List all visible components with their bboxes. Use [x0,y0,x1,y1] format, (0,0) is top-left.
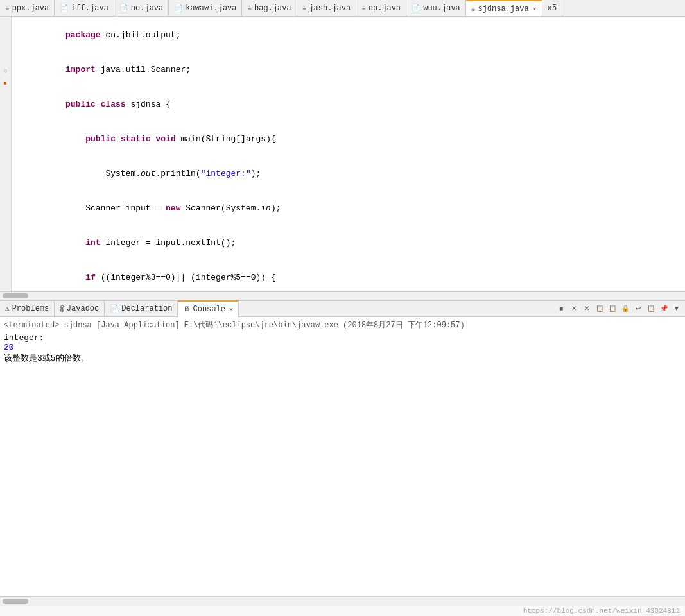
tab-sjdnsa[interactable]: ☕ sjdnsa.java ✕ [466,0,542,17]
keyword: class [101,99,126,109]
java-icon: ☕ [5,4,10,12]
tab-label: jash.java [309,4,351,13]
problems-icon: ⚠ [5,304,10,312]
new-console-button[interactable]: ▼ [671,303,682,314]
file-icon: 📄 [60,4,69,12]
console-close-icon[interactable]: ✕ [229,305,233,313]
keyword: import [65,65,96,74]
console-line-2: 20 [4,343,681,352]
code-area: package cn.jbit.output; import java.util… [12,18,685,291]
bottom-tab-bar: ⚠ Problems @ Javadoc 📄 Declaration 🖥 Con… [0,300,685,317]
scroll-lock-button[interactable]: 🔒 [620,303,631,314]
gutter-marker-6: ■ [1,77,11,89]
code-line-6: Scanner input = new Scanner(System.in); [12,191,685,226]
gutter-marker-7 [1,89,11,100]
keyword: public [65,99,96,109]
tab-label: ppx.java [12,4,49,13]
keyword: void [155,134,175,144]
keyword: static [121,134,151,144]
console-line-1: integer: [4,333,681,343]
tab-label: bag.java [254,4,291,13]
tab-label: no.java [131,4,163,13]
problems-label: Problems [12,304,49,313]
tab-label: op.java [369,4,401,13]
close-console-button[interactable]: ✕ [581,303,593,314]
declaration-icon: 📄 [110,304,119,312]
java-icon: ☕ [302,4,307,12]
code-line-3: public class sjdnsa { [12,87,685,122]
console-hscroll-thumb[interactable] [3,599,28,604]
tab-overflow[interactable]: »5 [542,0,562,17]
code-line-8: if ((integer%3==0)|| (integer%5==0)) { [12,261,685,291]
gutter-marker-2 [1,31,11,42]
editor-wrapper: ○ ■ package cn.jbit.output; import java.… [0,17,685,291]
watermark: https://blog.csdn.net/weixin_43024812 [0,605,685,616]
code-line-5: System.out.println("integer:"); [12,157,685,191]
word-wrap-button[interactable]: ↩ [632,303,644,314]
keyword: new [166,203,180,213]
gutter-marker-5: ○ [1,65,11,77]
tab-label: kawawi.java [186,4,236,13]
tab-console[interactable]: 🖥 Console ✕ [178,300,238,317]
code-line-7: int integer = input.nextInt(); [12,226,685,261]
keyword: public [85,134,116,144]
field: out [141,169,155,178]
editor-hscrollbar[interactable] [0,291,685,300]
tab-label: iff.java [71,4,108,13]
keyword: if [85,273,96,282]
overflow-label: »5 [548,4,557,13]
hscroll-thumb[interactable] [3,293,28,298]
java-icon: ☕ [247,4,252,12]
console-label: Console [193,305,225,314]
tab-bar: ☕ ppx.java 📄 iff.java 📄 no.java 📄 kawawi… [0,0,685,17]
watermark-text: https://blog.csdn.net/weixin_43024812 [523,607,680,615]
code-line-1: package cn.jbit.output; [12,18,685,53]
left-gutter: ○ ■ [0,17,12,291]
tab-ppx[interactable]: ☕ ppx.java [0,0,55,17]
code-line-4: public static void main(String[]args){ [12,122,685,157]
paste-button[interactable]: 📋 [607,303,618,314]
javadoc-icon: @ [60,305,64,312]
tab-close-icon[interactable]: ✕ [533,5,537,13]
console-line-3: 该整数是3或5的倍数。 [4,352,681,364]
file-icon: 📄 [119,4,128,12]
editor-main[interactable]: package cn.jbit.output; import java.util… [12,17,685,291]
tab-bag[interactable]: ☕ bag.java [242,0,297,17]
java-icon: ☕ [471,4,476,13]
file-icon: 📄 [174,4,183,12]
keyword: package [65,30,101,40]
tab-op[interactable]: ☕ op.java [356,0,406,17]
javadoc-label: Javadoc [67,304,99,313]
tab-javadoc[interactable]: @ Javadoc [55,300,105,317]
console-output-area[interactable]: <terminated> sjdnsa [Java Application] E… [0,317,685,597]
file-icon: 📄 [412,4,421,12]
java-icon: ☕ [361,4,366,12]
tab-jash[interactable]: ☕ jash.java [297,0,356,17]
gutter-marker-4 [1,54,11,65]
tab-declaration[interactable]: 📄 Declaration [105,300,178,317]
gutter-marker-1 [1,19,11,31]
tab-label: sjdnsa.java [478,4,528,13]
declaration-label: Declaration [121,304,172,313]
keyword: int [85,238,100,248]
gutter-marker-3 [1,42,11,54]
console-icon: 🖥 [183,305,190,313]
console-toolbar: ■ ✕ ✕ 📋 📋 🔒 ↩ 📋 📌 ▼ [555,303,685,314]
remove-all-button[interactable]: ✕ [568,303,580,314]
tab-no[interactable]: 📄 no.java [114,0,169,17]
tab-problems[interactable]: ⚠ Problems [0,300,55,317]
tab-iff[interactable]: 📄 iff.java [55,0,114,17]
string-literal: "integer:" [201,169,251,178]
stop-button[interactable]: ■ [555,303,567,314]
pin-console-button[interactable]: 📌 [658,303,670,314]
open-console-button[interactable]: 📋 [645,303,657,314]
field: in [261,203,271,213]
tab-label: wuu.java [423,4,460,13]
console-hscrollbar[interactable] [0,596,685,605]
copy-button[interactable]: 📋 [594,303,605,314]
tab-kawawi[interactable]: 📄 kawawi.java [169,0,242,17]
code-line-2: import java.util.Scanner; [12,53,685,87]
terminated-line: <terminated> sjdnsa [Java Application] E… [4,320,681,330]
tab-wuu[interactable]: 📄 wuu.java [406,0,466,17]
